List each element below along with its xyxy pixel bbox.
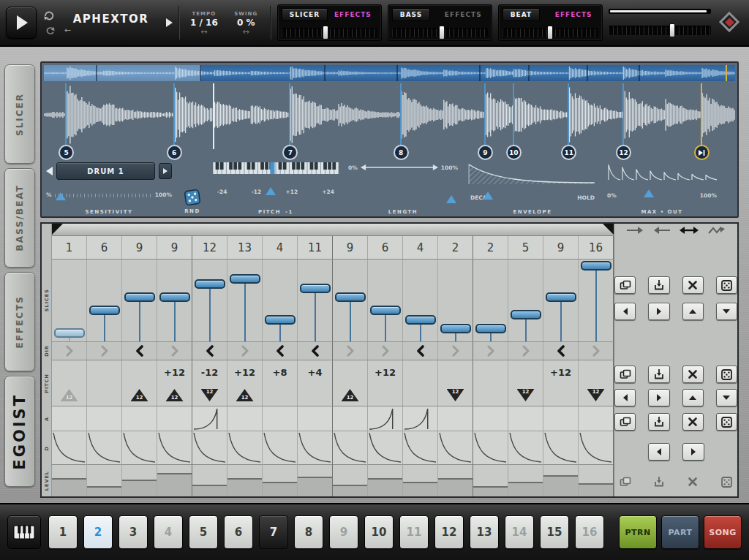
step-15-octave-toggle[interactable] [543, 385, 579, 406]
swing-control[interactable]: SWING 0 % ↔ [228, 11, 264, 35]
bass-engine-button[interactable]: BASS [392, 8, 430, 21]
mode-song-button[interactable]: SONG [704, 515, 742, 549]
step-1-octave-toggle[interactable]: 12 [52, 385, 87, 406]
level-bar[interactable] [543, 475, 578, 496]
step-1-direction[interactable] [52, 342, 87, 360]
pattern-9-button[interactable]: 9 [329, 515, 358, 549]
step-4-pitch-value[interactable]: +12 [157, 360, 192, 385]
slices-up-button[interactable] [682, 303, 704, 320]
sample-select[interactable]: DRUM 1 [56, 162, 155, 180]
step-11-slice-number[interactable]: 4 [403, 236, 438, 259]
step-10-pitch-value[interactable]: +12 [368, 360, 403, 385]
step-13-level[interactable] [473, 465, 508, 496]
loop-end-marker[interactable] [603, 224, 614, 235]
slice-marker-8[interactable]: 8 [394, 145, 409, 160]
step-6-octave-toggle[interactable]: 12 [227, 385, 263, 406]
pitch-left-button[interactable] [614, 389, 636, 406]
slice-marker-10[interactable]: 10 [506, 145, 522, 160]
step-11-slice-slider[interactable] [403, 260, 438, 341]
slice-marker-5[interactable]: 5 [59, 145, 74, 160]
pattern-12-button[interactable]: 12 [434, 515, 464, 549]
pattern-15-button[interactable]: 15 [540, 515, 569, 549]
slices-right-button[interactable] [648, 303, 669, 320]
octave-down-triangle[interactable]: 12 [587, 389, 605, 401]
step-3-pitch-value[interactable] [122, 360, 157, 385]
slice-slider-handle[interactable] [440, 324, 471, 333]
play-button[interactable] [6, 7, 37, 39]
sensitivity-slider[interactable] [55, 192, 152, 197]
waveform-display[interactable]: 56789101112 [44, 83, 735, 159]
slice-marker-12[interactable]: 12 [616, 145, 631, 160]
play-mode-random-icon[interactable] [708, 225, 726, 235]
step-7-octave-toggle[interactable] [263, 385, 298, 406]
slice-marker-11[interactable]: 11 [561, 145, 576, 160]
step-13-direction[interactable] [473, 342, 508, 360]
retrigger-icon[interactable] [43, 26, 55, 35]
slice-slider-handle[interactable] [159, 292, 190, 302]
step-12-decay[interactable] [438, 431, 473, 465]
bass-effects-button[interactable]: EFFECTS [439, 9, 488, 20]
step-3-slice-slider[interactable] [122, 260, 157, 341]
octave-down-triangle[interactable]: 12 [517, 389, 535, 401]
octave-up-triangle[interactable]: 12 [342, 389, 359, 401]
step-7-attack[interactable] [263, 406, 298, 431]
slice-line[interactable] [65, 83, 67, 149]
level-bar[interactable] [227, 478, 262, 496]
step-16-direction[interactable] [579, 342, 614, 360]
step-9-slice-number[interactable]: 9 [333, 236, 368, 259]
step-11-attack[interactable] [403, 406, 438, 431]
step-11-octave-toggle[interactable] [403, 385, 438, 406]
step-12-attack[interactable] [438, 406, 473, 431]
step-3-attack[interactable] [122, 406, 157, 431]
slicer-mix-handle[interactable] [323, 26, 328, 39]
step-15-attack[interactable] [543, 406, 579, 431]
step-5-octave-toggle[interactable]: 12 [192, 385, 227, 406]
step-9-level[interactable] [333, 465, 368, 496]
step-7-pitch-value[interactable]: +8 [263, 360, 298, 385]
tempo-value[interactable]: 1 / 16 [190, 18, 218, 28]
step-12-pitch-value[interactable] [438, 360, 473, 385]
envelope-left-button[interactable] [648, 443, 670, 461]
slicer-mix-slider[interactable] [282, 28, 377, 37]
loop-range-bar[interactable] [52, 224, 614, 236]
step-9-slice-slider[interactable] [333, 260, 368, 341]
pattern-14-button[interactable]: 14 [505, 515, 534, 549]
level-copy-button[interactable] [614, 473, 636, 491]
step-8-slice-number[interactable]: 11 [298, 236, 333, 259]
step-4-slice-slider[interactable] [157, 260, 192, 341]
step-8-slice-slider[interactable] [298, 260, 333, 341]
pattern-7-button[interactable]: 7 [259, 515, 288, 549]
step-8-octave-toggle[interactable] [298, 385, 333, 406]
octave-up-triangle[interactable]: 12 [131, 389, 148, 401]
step-12-direction[interactable] [438, 342, 473, 360]
step-15-pitch-value[interactable]: +12 [543, 360, 579, 385]
maxout-handle[interactable] [644, 189, 654, 197]
pitch-handle[interactable] [266, 187, 276, 195]
level-bar[interactable] [333, 485, 367, 496]
slice-slider-handle[interactable] [370, 306, 401, 315]
step-6-pitch-value[interactable]: +12 [227, 360, 263, 385]
octave-down-triangle[interactable]: 12 [447, 389, 464, 401]
slice-line[interactable] [289, 83, 290, 149]
envelope-clear-button[interactable] [682, 413, 704, 431]
pattern-13-button[interactable]: 13 [470, 515, 499, 549]
slice-slider-handle[interactable] [475, 324, 506, 333]
step-16-slice-number[interactable]: 16 [579, 236, 614, 259]
preset-prev-arrow[interactable]: ← [64, 28, 71, 34]
tempo-control[interactable]: TEMPO 1 / 16 ↔ [186, 11, 222, 35]
slice-end-marker[interactable] [694, 145, 710, 160]
step-10-slice-slider[interactable] [368, 260, 403, 341]
step-11-direction[interactable] [403, 342, 438, 360]
slice-marker-7[interactable]: 7 [282, 145, 298, 160]
step-5-slice-slider[interactable] [192, 260, 227, 341]
step-10-decay[interactable] [368, 431, 403, 465]
step-2-slice-slider[interactable] [87, 260, 122, 341]
step-8-decay[interactable] [298, 431, 333, 465]
pattern-11-button[interactable]: 11 [399, 515, 429, 549]
mode-ptrn-button[interactable]: PTRN [619, 515, 657, 549]
beat-mix-handle[interactable] [547, 26, 553, 39]
step-2-attack[interactable] [87, 406, 122, 431]
bass-mix-handle[interactable] [439, 26, 445, 39]
slices-copy-button[interactable] [614, 276, 636, 294]
step-5-pitch-value[interactable]: -12 [192, 360, 227, 385]
